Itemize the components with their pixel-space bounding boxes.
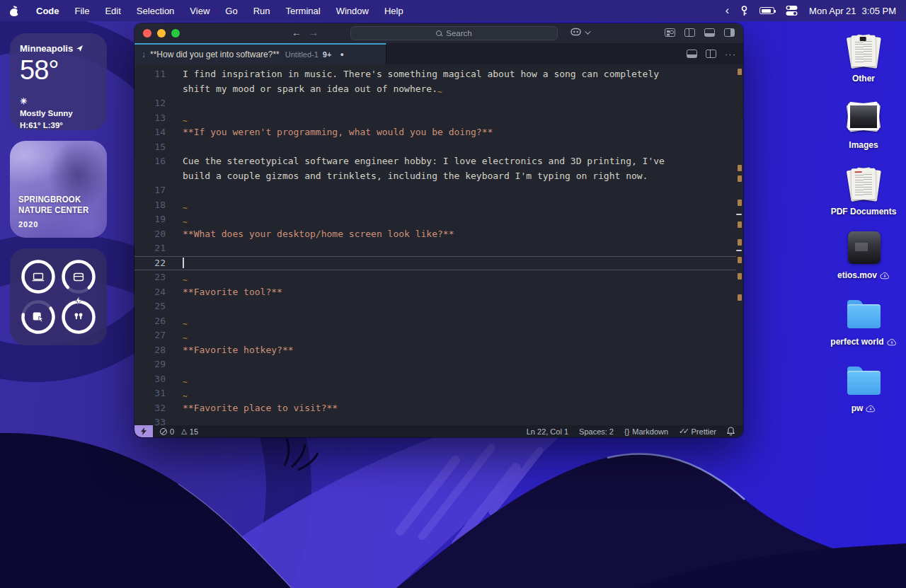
trailing-space-warning-squiggle: ~ xyxy=(183,376,188,391)
toggle-panel-icon[interactable] xyxy=(704,28,715,37)
forward-button[interactable]: → xyxy=(309,27,319,38)
location-arrow-icon xyxy=(76,45,84,52)
zoom-button[interactable] xyxy=(171,29,180,38)
line-number: 15 xyxy=(134,140,166,155)
desktop-icon-pdf-documents[interactable]: PDF Documents xyxy=(821,166,906,217)
minimize-button[interactable] xyxy=(157,29,166,38)
language-mode[interactable]: {} Markdown xyxy=(624,427,668,436)
problems-errors[interactable]: 0 xyxy=(160,427,174,436)
close-button[interactable] xyxy=(143,29,151,38)
editor-line[interactable]: 32 **Favorite place to visit?** xyxy=(134,401,736,416)
cursor-position[interactable]: Ln 22, Col 1 xyxy=(527,427,568,436)
weather-condition: Mostly Sunny xyxy=(20,109,73,117)
warnings-icon: △ xyxy=(181,427,187,435)
editor-line[interactable]: 16 Cue the stereotypical software engine… xyxy=(134,154,736,169)
menu-bar: Code FileEditSelectionViewGoRunTerminalW… xyxy=(0,0,906,21)
notifications-bell-icon[interactable] xyxy=(727,427,735,436)
editor-line[interactable]: 33 xyxy=(134,415,736,425)
laptop-icon xyxy=(20,258,57,295)
photos-widget[interactable]: SPRINGBROOK NATURE CENTER 2020 xyxy=(10,141,107,238)
menu-item-run[interactable]: Run xyxy=(253,6,270,16)
line-text xyxy=(166,183,183,198)
editor-line[interactable]: 19 ~ xyxy=(134,212,736,227)
apple-menu-icon[interactable] xyxy=(10,6,19,16)
menu-item-edit[interactable]: Edit xyxy=(105,6,120,16)
toggle-secondary-sidebar-icon[interactable] xyxy=(724,28,735,37)
menu-item-app[interactable]: Code xyxy=(36,6,59,16)
tab-untitled-1[interactable]: ↓ **How did you get into software?** Unt… xyxy=(134,43,386,64)
desktop-icon-other[interactable]: Other xyxy=(821,33,906,83)
menu-item-help[interactable]: Help xyxy=(384,6,403,16)
line-number: 23 xyxy=(134,270,166,285)
menu-item-view[interactable]: View xyxy=(190,6,210,16)
desktop-icon-images[interactable]: Images xyxy=(821,99,906,150)
editor-line[interactable]: 21 xyxy=(134,241,736,256)
batteries-widget[interactable] xyxy=(10,248,107,345)
ruler-warning-marker xyxy=(738,294,742,301)
problems-warnings[interactable]: △ 15 xyxy=(181,427,198,436)
key-icon[interactable] xyxy=(740,6,748,16)
menu-item-go[interactable]: Go xyxy=(225,6,237,16)
menu-item-selection[interactable]: Selection xyxy=(137,6,174,16)
search-input[interactable]: Search xyxy=(350,26,558,40)
editor-line[interactable]: 13 ~ xyxy=(134,111,736,126)
editor-line[interactable]: build a couple gizmos and trinklets, inc… xyxy=(134,169,736,184)
customize-layout-icon[interactable] xyxy=(665,28,675,37)
menu-item-window[interactable]: Window xyxy=(336,6,369,16)
copilot-menu[interactable] xyxy=(570,27,589,38)
editor-line[interactable]: 31 ~ xyxy=(134,386,736,401)
icloud-download-icon xyxy=(880,272,890,279)
editor-line[interactable]: 29 xyxy=(134,357,736,372)
desktop-icon-perfect-world[interactable]: perfect world xyxy=(821,296,906,347)
toggle-primary-sidebar-icon[interactable] xyxy=(684,28,695,37)
overview-ruler[interactable] xyxy=(736,64,742,425)
editor-line[interactable]: 30 ~ xyxy=(134,372,736,387)
battery-ring-airpods[interactable] xyxy=(60,299,97,335)
battery-ring-trackpad[interactable] xyxy=(20,299,57,335)
line-number: 12 xyxy=(134,96,166,111)
editor-line[interactable]: 20 **What does your desktop/home screen … xyxy=(134,227,736,242)
editor-line[interactable]: shift my mood or spark an idea out of no… xyxy=(134,82,736,97)
editor-tab-bar: ↓ **How did you get into software?** Unt… xyxy=(134,43,743,64)
editor-line[interactable]: 25 xyxy=(134,299,736,314)
icloud-download-icon xyxy=(866,405,876,413)
editor-line[interactable]: 15 xyxy=(134,140,736,155)
editor-line[interactable]: 18 ~ xyxy=(134,198,736,213)
control-center-icon[interactable] xyxy=(786,5,798,16)
battery-icon[interactable] xyxy=(759,7,774,14)
menu-time: 3:05 PM xyxy=(862,6,896,16)
chevron-left-icon[interactable]: ‹ xyxy=(726,5,729,16)
battery-ring-macbook[interactable] xyxy=(20,258,57,295)
remote-indicator[interactable] xyxy=(134,425,153,437)
warnings-count: 15 xyxy=(190,427,198,436)
editor-line[interactable]: 24 **Favorite tool?** xyxy=(134,285,736,300)
desktop-icon-etios-mov[interactable]: etios.mov xyxy=(821,229,906,280)
more-actions-icon[interactable]: ··· xyxy=(725,49,736,59)
editor-line[interactable]: 14 **If you weren't programming, what wo… xyxy=(134,125,736,140)
line-text: ~ xyxy=(166,314,188,329)
editor-line[interactable]: 28 **Favorite hotkey?** xyxy=(134,343,736,358)
editor-line[interactable]: 22 xyxy=(134,256,736,271)
back-button[interactable]: ← xyxy=(292,27,302,38)
editor-line[interactable]: 23 ~ xyxy=(134,270,736,285)
editor-line[interactable]: 12 xyxy=(134,96,736,111)
editor-line[interactable]: 26 ~ xyxy=(134,314,736,329)
battery-ring-airpods-case[interactable] xyxy=(60,258,97,295)
formatter[interactable]: ✓✓ Prettier xyxy=(679,427,716,436)
weather-widget[interactable]: Minneapolis 58° ☀ Mostly Sunny H:61° L:3… xyxy=(10,33,107,130)
editor-line[interactable]: 27 ~ xyxy=(134,328,736,343)
indentation[interactable]: Spaces: 2 xyxy=(579,427,614,436)
menu-clock[interactable]: Mon Apr 21 3:05 PM xyxy=(809,6,896,16)
open-changes-icon[interactable] xyxy=(687,50,697,58)
editor-lines: 11 I find inspiration in music. There's … xyxy=(134,67,736,425)
desktop-icon-pw[interactable]: pw xyxy=(821,362,906,413)
menu-item-file[interactable]: File xyxy=(75,6,90,16)
editor-line[interactable]: 17 xyxy=(134,183,736,198)
editor-pane[interactable]: 11 I find inspiration in music. There's … xyxy=(134,64,743,425)
menu-item-terminal[interactable]: Terminal xyxy=(286,6,321,16)
line-text xyxy=(166,415,183,425)
line-number xyxy=(134,169,166,184)
split-editor-icon[interactable] xyxy=(706,50,716,58)
vscode-titlebar[interactable]: ← → Search xyxy=(134,23,743,43)
editor-line[interactable]: 11 I find inspiration in music. There's … xyxy=(134,67,736,82)
